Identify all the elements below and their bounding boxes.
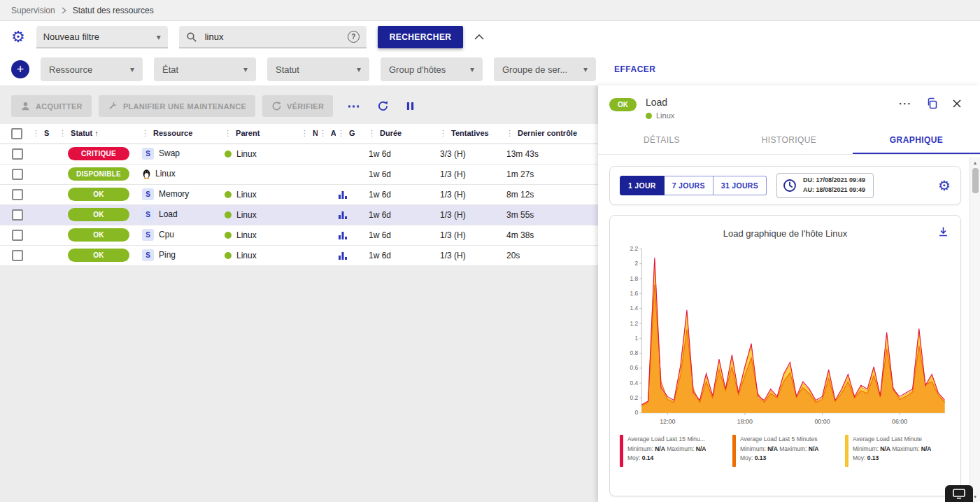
filter-criteria-group-d-hotes[interactable]: Group d'hôtes▾ (381, 57, 483, 81)
table-row-load[interactable]: OKSLoadLinux1w 6d1/3 (H)3m 55s (0, 204, 598, 225)
table-row-cpu[interactable]: OKSCpuLinux1w 6d1/3 (H)4m 38s (0, 225, 598, 245)
column-header-a[interactable]: ⋮ A (318, 124, 336, 144)
chevron-down-icon: ▾ (357, 64, 361, 74)
download-icon[interactable] (937, 225, 949, 240)
duration-cell: 1w 6d (367, 204, 438, 225)
close-panel-icon[interactable] (952, 99, 962, 109)
column-header-g[interactable]: ⋮ G (336, 124, 367, 144)
resource-name: Memory (159, 189, 189, 199)
service-icon: S (142, 209, 154, 221)
linux-penguin-icon (142, 169, 151, 179)
filter-settings-gear-icon[interactable]: ⚙ (11, 29, 25, 45)
resource-name: Load (159, 209, 178, 219)
load-graph-chart: 00.20.40.60.811.21.41.61.822.212:0018:00… (620, 243, 951, 432)
clear-filters-button[interactable]: EFFACER (614, 64, 656, 74)
add-criteria-button[interactable]: + (11, 60, 29, 78)
period-button-7-jours[interactable]: 7 JOURS (665, 176, 713, 195)
date-range-picker[interactable]: DU: 17/08/2021 09:49 AU: 18/08/2021 09:4… (776, 173, 874, 198)
service-icon: S (142, 188, 154, 200)
severity-cell (31, 245, 57, 265)
legend-item-average-load-last-5-minutes[interactable]: Average Load Last 5 MinutesMinimum: N/A … (732, 435, 838, 467)
last-check-cell: 4m 38s (504, 225, 598, 245)
help-icon[interactable]: ? (348, 31, 360, 43)
period-button-31-jours[interactable]: 31 JOURS (713, 176, 767, 195)
filter-criteria-statut[interactable]: Statut▾ (267, 57, 369, 81)
search-input[interactable] (204, 31, 341, 43)
acknowledge-button[interactable]: ACQUITTER (11, 95, 92, 117)
collapse-filters-chevron-up-icon[interactable] (474, 34, 484, 40)
filter-criteria-groupe-de-ser[interactable]: Groupe de ser...▾ (494, 57, 596, 81)
column-header-s[interactable]: ⋮ S (31, 124, 57, 144)
legend-item-average-load-last-15-minu[interactable]: Average Load Last 15 Minu...Minimum: N/A… (620, 435, 725, 467)
scroll-down-arrow[interactable]: ▼ (973, 493, 978, 502)
chevron-right-icon (62, 7, 66, 14)
graph-icon[interactable] (338, 210, 348, 220)
status-cell: CRITIQUE (57, 144, 140, 164)
row-checkbox[interactable] (12, 148, 23, 160)
table-row-swap[interactable]: CRITIQUESSwapLinux1w 6d3/3 (H)13m 43s (0, 144, 598, 164)
screen-indicator-icon[interactable] (945, 485, 973, 502)
select-all-checkbox[interactable] (11, 128, 22, 139)
row-checkbox[interactable] (12, 209, 23, 221)
check-button[interactable]: VÉRIFIER (262, 95, 333, 117)
panel-title: Load (646, 97, 674, 108)
column-header-dernier-controle[interactable]: ⋮ Dernier contrôle (504, 124, 598, 144)
drag-handle-icon: ⋮ (439, 129, 447, 137)
table-row-linux[interactable]: DISPONIBLELinux1w 6d1/3 (H)1m 27s (0, 164, 598, 184)
pause-autorefresh-icon[interactable] (406, 101, 415, 111)
copy-link-icon[interactable] (926, 97, 938, 109)
criteria-bar: + Ressource▾État▾Statut▾Group d'hôtes▾Gr… (0, 53, 980, 85)
chevron-down-icon: ▾ (583, 64, 588, 74)
scroll-up-arrow[interactable]: ▲ (973, 158, 978, 167)
last-check-cell: 13m 43s (504, 144, 598, 164)
graph-icon[interactable] (338, 251, 348, 260)
graph-settings-gear-icon[interactable]: ⚙ (938, 179, 951, 193)
status-cell: DISPONIBLE (57, 164, 140, 184)
downtime-button[interactable]: PLANIFIER UNE MAINTENANCE (99, 95, 255, 117)
breadcrumb-current[interactable]: Statut des ressources (73, 6, 154, 15)
table-row-ping[interactable]: OKSPingLinux1w 6d1/3 (H)20s (0, 245, 598, 265)
breadcrumb-supervision[interactable]: Supervision (11, 6, 55, 15)
status-cell: OK (57, 184, 140, 204)
graph-icon[interactable] (338, 190, 348, 200)
tries-cell: 1/3 (H) (438, 204, 504, 225)
tab-details[interactable]: DÉTAILS (598, 127, 725, 154)
column-header-parent[interactable]: ⋮ Parent (222, 124, 299, 144)
notes-cell (299, 184, 318, 204)
graph-card: Load graphique de l'hôte Linux 00.20.40.… (609, 215, 961, 496)
scrollbar-thumb[interactable] (972, 168, 979, 193)
legend-item-average-load-last-minute[interactable]: Average Load Last MinuteMinimum: N/A Max… (845, 435, 951, 467)
column-label: A (329, 129, 336, 137)
row-checkbox[interactable] (12, 250, 23, 261)
tab-historique[interactable]: HISTORIQUE (725, 127, 853, 154)
date-to: AU: 18/08/2021 09:49 (803, 186, 865, 195)
row-checkbox[interactable] (12, 189, 23, 200)
refresh-icon[interactable] (377, 100, 389, 112)
filter-criteria-ressource[interactable]: Ressource▾ (41, 57, 143, 81)
saved-filter-select[interactable]: Nouveau filtre ▾ (36, 26, 168, 48)
search-button[interactable]: RECHERCHER (378, 26, 464, 48)
table-row-memory[interactable]: OKSMemoryLinux1w 6d1/3 (H)8m 12s (0, 184, 598, 204)
panel-scrollbar[interactable]: ▲ ▼ (970, 158, 980, 502)
column-header-statut[interactable]: ⋮ Statut ↑ (57, 124, 140, 144)
svg-text:2: 2 (635, 260, 639, 267)
action-cell (318, 225, 336, 245)
column-header-n[interactable]: ⋮ N (299, 124, 318, 144)
row-checkbox[interactable] (12, 230, 23, 241)
parent-cell: Linux (222, 184, 299, 204)
more-actions-icon[interactable]: ⋯ (347, 99, 360, 113)
graph-cell (336, 245, 367, 265)
graph-icon[interactable] (338, 230, 348, 240)
column-header-tentatives[interactable]: ⋮ Tentatives (438, 124, 504, 144)
last-check-cell: 8m 12s (504, 184, 598, 204)
column-header-ressource[interactable]: ⋮ Ressource (140, 124, 222, 144)
tab-graphique[interactable]: GRAPHIQUE (853, 127, 980, 154)
filter-criteria-etat[interactable]: État▾ (154, 57, 256, 81)
row-checkbox[interactable] (12, 169, 23, 180)
svg-text:1.2: 1.2 (630, 319, 639, 326)
legend-color-bar (732, 435, 736, 467)
column-header-duree[interactable]: ⋮ Durée (367, 124, 438, 144)
chevron-down-icon: ▾ (243, 64, 248, 74)
period-button-1-jour[interactable]: 1 JOUR (620, 176, 665, 195)
panel-more-icon[interactable]: ⋯ (898, 97, 912, 110)
